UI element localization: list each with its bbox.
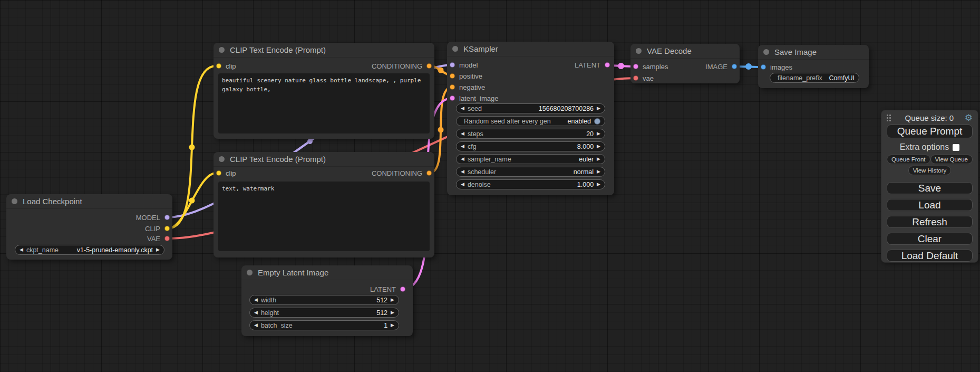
next-value-arrow-icon[interactable]: ▶ — [391, 310, 394, 315]
widget-value: enabled — [568, 118, 591, 125]
model-output-port[interactable] — [164, 215, 170, 220]
widget-label: denoise — [468, 181, 491, 188]
next-value-arrow-icon[interactable]: ▶ — [597, 157, 600, 161]
filename-prefix-widget[interactable]: filename_prefix ComfyUI — [770, 73, 859, 83]
output-slot-clip: CLIP — [6, 223, 172, 234]
node-title-bar[interactable]: CLIP Text Encode (Prompt) — [214, 43, 434, 58]
slot-row: clip CONDITIONING — [214, 61, 434, 71]
widget-label: ckpt_name — [26, 246, 59, 254]
prev-value-arrow-icon[interactable]: ◀ — [254, 310, 258, 315]
random-seed-toggle-widget[interactable]: Random seed after every gen enabled — [456, 116, 605, 126]
height-widget[interactable]: ◀ height 512 ▶ — [249, 308, 399, 318]
settings-gear-icon[interactable]: ⚙ — [965, 113, 973, 122]
latent-output-port[interactable] — [400, 287, 405, 292]
conditioning-output-port[interactable] — [426, 170, 432, 176]
prev-value-arrow-icon[interactable]: ◀ — [254, 298, 258, 302]
widget-value: ComfyUI — [829, 74, 855, 82]
model-input-port[interactable] — [450, 62, 455, 68]
slot-row: samples IMAGE — [630, 61, 740, 72]
node-title-bar[interactable]: VAE Decode — [630, 44, 740, 59]
image-output-port[interactable] — [732, 64, 737, 69]
load-button[interactable]: Load — [887, 199, 973, 211]
queue-panel-header: Queue size: 0 ⚙ — [887, 113, 973, 122]
wire-midpoint-dot — [189, 198, 195, 204]
positive-input-port[interactable] — [450, 73, 455, 79]
width-widget[interactable]: ◀ width 512 ▶ — [249, 295, 399, 305]
slot-label: images — [770, 63, 792, 71]
clear-button[interactable]: Clear — [887, 233, 973, 245]
next-value-arrow-icon[interactable]: ▶ — [597, 106, 600, 111]
toggle-enabled-icon[interactable] — [594, 118, 600, 125]
images-input-port[interactable] — [761, 64, 766, 70]
slot-label: LATENT — [370, 285, 396, 293]
slot-row: images — [758, 62, 869, 72]
next-value-arrow-icon[interactable]: ▶ — [597, 182, 600, 187]
cfg-widget[interactable]: ◀ cfg 8.000 ▶ — [456, 141, 605, 151]
widget-label: filename_prefix — [778, 74, 822, 82]
positive-prompt-textarea[interactable]: beautiful scenery nature glass bottle la… — [218, 73, 430, 133]
extra-options-checkbox[interactable] — [953, 144, 959, 151]
widget-value: 512 — [376, 309, 387, 317]
load-default-button[interactable]: Load Default — [887, 250, 973, 262]
wire-midpoint-dot — [618, 63, 624, 69]
slot-label: clip — [226, 62, 236, 70]
slot-label: CLIP — [145, 225, 160, 233]
next-value-arrow-icon[interactable]: ▶ — [391, 298, 394, 302]
refresh-button[interactable]: Refresh — [887, 216, 973, 228]
next-value-arrow-icon[interactable]: ▶ — [156, 247, 160, 252]
samples-input-port[interactable] — [633, 64, 638, 69]
slot-label: clip — [226, 169, 236, 177]
queue-front-button[interactable]: Queue Front — [887, 155, 930, 164]
next-value-arrow-icon[interactable]: ▶ — [391, 323, 394, 328]
ckpt-name-widget[interactable]: ◀ ckpt_name v1-5-pruned-emaonly.ckpt ▶ — [15, 245, 164, 255]
widget-label: Random seed after every gen — [464, 118, 551, 125]
prev-value-arrow-icon[interactable]: ◀ — [461, 131, 464, 136]
node-title-bar[interactable]: KSampler — [447, 42, 614, 56]
prev-value-arrow-icon[interactable]: ◀ — [254, 323, 258, 328]
widget-value: normal — [574, 168, 594, 176]
wire-midpoint-dot — [745, 63, 752, 70]
seed-widget[interactable]: ◀ seed 156680208700286 ▶ — [456, 103, 605, 113]
negative-input-port[interactable] — [450, 84, 455, 90]
next-value-arrow-icon[interactable]: ▶ — [597, 144, 600, 149]
prev-value-arrow-icon[interactable]: ◀ — [461, 144, 464, 149]
node-title-bar[interactable]: Load Checkpoint — [6, 194, 172, 209]
node-title: CLIP Text Encode (Prompt) — [230, 155, 326, 164]
node-title: CLIP Text Encode (Prompt) — [230, 45, 326, 54]
view-queue-button[interactable]: View Queue — [930, 155, 973, 164]
drag-handle-icon[interactable] — [887, 115, 891, 121]
prev-value-arrow-icon[interactable]: ◀ — [461, 169, 464, 174]
vae-output-port[interactable] — [164, 236, 170, 241]
prev-value-arrow-icon[interactable]: ◀ — [461, 106, 464, 111]
conditioning-output-port[interactable] — [426, 63, 432, 69]
next-value-arrow-icon[interactable]: ▶ — [597, 131, 600, 136]
next-value-arrow-icon[interactable]: ▶ — [597, 169, 600, 174]
node-title-bar[interactable]: Empty Latent Image — [241, 265, 413, 280]
vae-input-port[interactable] — [633, 75, 638, 81]
widget-value: euler — [579, 156, 594, 163]
negative-prompt-textarea[interactable]: text, watermark — [218, 182, 430, 251]
batch-size-widget[interactable]: ◀ batch_size 1 ▶ — [249, 320, 399, 330]
clip-input-port[interactable] — [216, 63, 221, 69]
clip-input-port[interactable] — [216, 170, 221, 176]
steps-widget[interactable]: ◀ steps 20 ▶ — [456, 129, 605, 139]
node-title-bar[interactable]: Save Image — [758, 45, 869, 60]
clip-output-port[interactable] — [164, 226, 170, 231]
latent-image-input-port[interactable] — [450, 96, 455, 101]
prev-value-arrow-icon[interactable]: ◀ — [461, 182, 464, 187]
sampler-name-widget[interactable]: ◀ sampler_name euler ▶ — [456, 154, 605, 164]
save-button[interactable]: Save — [887, 182, 973, 194]
slot-label: samples — [643, 63, 668, 71]
scheduler-widget[interactable]: ◀ scheduler normal ▶ — [456, 167, 605, 177]
widget-label: seed — [468, 105, 482, 112]
node-title-bar[interactable]: CLIP Text Encode (Prompt) — [214, 152, 434, 167]
prev-value-arrow-icon[interactable]: ◀ — [20, 247, 23, 252]
denoise-widget[interactable]: ◀ denoise 1.000 ▶ — [456, 179, 605, 189]
prev-value-arrow-icon[interactable]: ◀ — [461, 157, 464, 161]
queue-prompt-button[interactable]: Queue Prompt — [887, 125, 973, 138]
workflow-action-buttons: Save Load Refresh Clear Load Default — [887, 182, 973, 262]
view-history-button[interactable]: View History — [908, 166, 952, 175]
slot-row: model LATENT — [447, 60, 614, 70]
latent-output-port[interactable] — [605, 62, 610, 68]
widget-value: 8.000 — [577, 143, 594, 150]
